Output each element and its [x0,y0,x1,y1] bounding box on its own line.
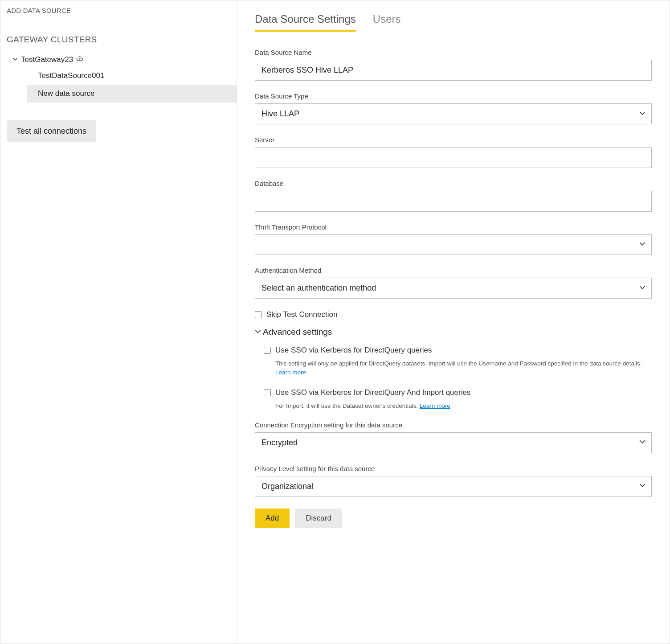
chevron-down-icon [12,55,18,64]
gateway-tree-item[interactable]: TestGateway23 [7,53,230,67]
sso-kerberos-both-helper: For Import, it will use the Dataset owne… [264,402,652,410]
sso-kerberos-both-label: Use SSO via Kerberos for DirectQuery And… [275,388,470,397]
encryption-setting-select[interactable]: Encrypted [255,432,652,453]
sso-kerberos-dq-checkbox[interactable] [264,347,271,354]
skip-test-label: Skip Test Connection [266,310,337,319]
sso-kerberos-dq-helper: This setting will only be applied for Di… [264,359,652,377]
server-input[interactable] [255,147,652,168]
cloud-up-icon [76,55,84,64]
data-source-type-select[interactable]: Hive LLAP [255,103,652,124]
tab-users[interactable]: Users [373,13,401,32]
learn-more-link[interactable]: Learn more [275,369,306,376]
auth-method-select[interactable]: Select an authentication method [255,278,652,299]
data-source-tree-item[interactable]: TestDataSource001 [7,67,230,85]
data-source-type-label: Data Source Type [255,92,652,100]
server-label: Server [255,136,652,144]
auth-method-label: Authentication Method [255,267,652,274]
gateway-clusters-heading: GATEWAY CLUSTERS [7,35,230,45]
data-source-name-input[interactable] [255,60,652,81]
advanced-settings-toggle[interactable]: Advanced settings [255,327,652,337]
thrift-protocol-label: Thrift Transport Protocol [255,223,652,231]
privacy-level-select[interactable]: Organizational [255,476,652,497]
gateway-name-label: TestGateway23 [21,55,73,64]
add-button[interactable]: Add [255,509,290,528]
test-all-connections-button[interactable]: Test all connections [7,120,96,142]
database-input[interactable] [255,191,652,212]
database-label: Database [255,180,652,187]
thrift-protocol-select[interactable] [255,234,652,255]
sso-kerberos-both-checkbox[interactable] [264,389,271,396]
skip-test-checkbox[interactable] [255,311,262,318]
chevron-down-icon [255,327,261,337]
data-source-name-label: Data Source Name [255,49,652,56]
tab-data-source-settings[interactable]: Data Source Settings [255,13,356,32]
new-data-source-tree-item[interactable]: New data source [27,85,237,103]
advanced-settings-label: Advanced settings [263,327,332,337]
discard-button[interactable]: Discard [295,509,342,528]
learn-more-link[interactable]: Learn more [420,402,450,409]
privacy-level-label: Privacy Level setting for this data sour… [255,465,652,472]
sso-kerberos-dq-label: Use SSO via Kerberos for DirectQuery que… [275,346,432,355]
add-data-source-link[interactable]: ADD DATA SOURCE [7,7,209,19]
encryption-setting-label: Connection Encryption setting for this d… [255,421,652,429]
